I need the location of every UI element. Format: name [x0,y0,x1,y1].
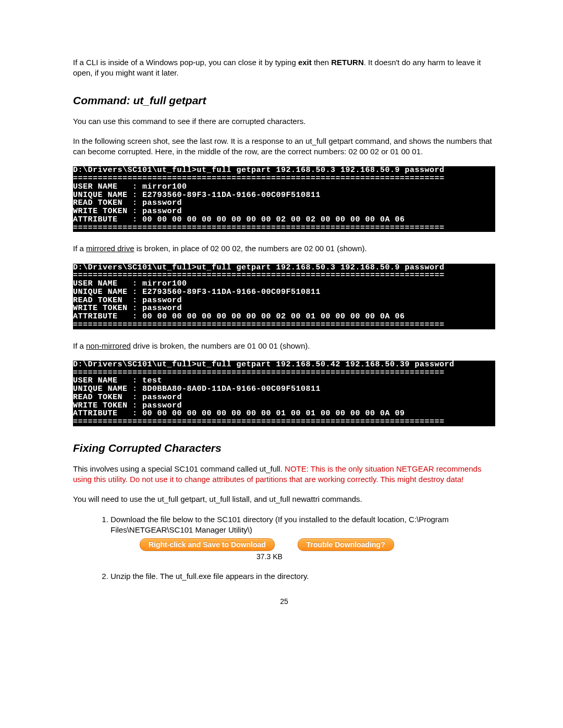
terminal-output-3: D:\Drivers\SC101\ut_full>ut_full getpart… [73,361,495,426]
s2-p1: This involves using a special SC101 comm… [73,464,495,485]
s1-p4-underline: non-mirrored [86,341,131,350]
s1-p4: If a non-mirrored drive is broken, the n… [73,341,495,351]
download-button[interactable]: Right-click and Save to Download [140,538,275,551]
s2-p1-pre: This involves using a special SC101 comm… [73,464,285,473]
s1-p1: You can use this command to see if there… [73,116,495,127]
terminal-output-1: D:\Drivers\SC101\ut_full>ut_full getpart… [73,166,495,232]
intro-mid: then [312,58,332,67]
s1-p3-underline: mirrored drive [86,244,134,253]
heading-command-getpart: Command: ut_full getpart [73,94,495,107]
trouble-downloading-button[interactable]: Trouble Downloading? [298,538,394,551]
s1-p4-post: drive is broken, the numbers are 01 00 0… [131,341,310,350]
s1-p2: In the following screen shot, see the la… [73,136,495,157]
steps-list: Download the file below to the SC101 dir… [73,514,495,582]
intro-return: RETURN [331,58,364,67]
heading-fixing-corrupted: Fixing Corrupted Characters [73,442,495,454]
file-size-label: 37.3 KB [256,552,495,562]
page-number: 25 [73,597,495,606]
s1-p3-post: is broken, in place of 02 00 02, the num… [134,244,367,253]
intro-exit: exit [298,58,312,67]
step-1-text: Download the file below to the SC101 dir… [111,515,449,534]
step-2: Unzip the file. The ut_full.exe file app… [111,571,495,582]
s1-p3-pre: If a [73,244,86,253]
s1-p3: If a mirrored drive is broken, in place … [73,243,495,254]
intro-paragraph: If a CLI is inside of a Windows pop-up, … [73,57,495,79]
step-1: Download the file below to the SC101 dir… [111,514,495,562]
intro-pre: If a CLI is inside of a Windows pop-up, … [73,58,298,67]
s2-p2: You will need to use the ut_full getpart… [73,494,495,504]
terminal-output-2: D:\Drivers\SC101\ut_full>ut_full getpart… [73,264,495,329]
s1-p4-pre: If a [73,341,86,350]
